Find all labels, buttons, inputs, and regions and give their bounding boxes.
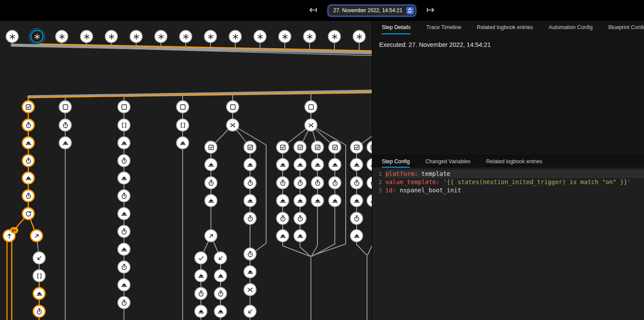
condition-node[interactable] (328, 141, 341, 154)
option-node[interactable] (244, 305, 257, 318)
delay-node[interactable] (350, 176, 363, 189)
condition-node[interactable] (350, 141, 363, 154)
trigger-node[interactable] (30, 30, 43, 43)
next-trace-button[interactable] (425, 5, 436, 16)
service-call-node[interactable] (33, 287, 46, 300)
code-line-2[interactable]: 2value_template: '{{ states(nextion_init… (372, 178, 644, 186)
delay-node[interactable] (117, 154, 130, 167)
condition-node[interactable] (226, 100, 239, 113)
service-call-node[interactable] (22, 172, 35, 185)
trigger-node[interactable] (130, 30, 143, 43)
trigger-node[interactable] (204, 30, 217, 43)
option-node[interactable] (194, 251, 207, 264)
trigger-node[interactable] (80, 30, 93, 43)
trigger-node[interactable] (328, 30, 341, 43)
condition-node[interactable] (244, 141, 257, 154)
condition-node[interactable] (59, 100, 72, 113)
delay-node[interactable] (22, 119, 35, 132)
delay-node[interactable] (117, 261, 130, 274)
parallel-node[interactable] (244, 283, 257, 296)
service-call-node[interactable] (276, 158, 289, 171)
condition-node[interactable] (304, 100, 317, 113)
delay-node[interactable] (294, 176, 307, 189)
service-call-node[interactable] (328, 158, 341, 171)
loop-iterations-node[interactable]: 9+ (3, 229, 16, 242)
delay-node[interactable] (244, 176, 257, 189)
service-call-node[interactable] (244, 265, 257, 278)
tab-automation-config[interactable]: Automation Config (549, 21, 593, 34)
trigger-node[interactable] (229, 30, 242, 43)
tab-step-config[interactable]: Step Config (382, 156, 410, 168)
trigger-node[interactable] (254, 30, 267, 43)
service-call-node[interactable] (294, 229, 307, 242)
delay-node[interactable] (350, 212, 363, 225)
service-call-node[interactable] (311, 194, 324, 207)
trigger-node[interactable] (6, 30, 19, 43)
trigger-node[interactable] (278, 30, 291, 43)
code-line-1[interactable]: 1platform: template (372, 170, 644, 178)
service-call-node[interactable] (117, 278, 130, 291)
code-line-3[interactable]: 3id: nspanel_boot_init (372, 186, 644, 195)
option-node[interactable] (30, 229, 43, 242)
service-call-node[interactable] (194, 269, 207, 282)
tab-changed-variables[interactable]: Changed Variables (425, 156, 470, 168)
trigger-node[interactable] (303, 30, 316, 43)
template-node[interactable] (117, 119, 130, 132)
delay-node[interactable] (311, 176, 324, 189)
condition-node[interactable] (22, 100, 35, 113)
trigger-node[interactable] (55, 30, 68, 43)
condition-node[interactable] (117, 100, 130, 113)
service-call-node[interactable] (214, 269, 227, 282)
service-call-node[interactable] (117, 172, 130, 185)
parallel-node[interactable] (304, 119, 317, 132)
service-call-node[interactable] (204, 158, 217, 171)
service-call-node[interactable] (244, 158, 257, 171)
condition-node[interactable] (204, 141, 217, 154)
repeat-node[interactable] (22, 207, 35, 220)
trigger-node[interactable] (179, 30, 192, 43)
condition-node[interactable] (176, 100, 189, 113)
condition-node[interactable] (276, 141, 289, 154)
delay-node[interactable] (204, 176, 217, 189)
delay-node[interactable] (59, 119, 72, 132)
condition-node[interactable] (311, 141, 324, 154)
option-node[interactable] (204, 229, 217, 242)
trace-date-picker[interactable]: 27. November 2022, 14:54:21 (329, 6, 415, 16)
service-call-node[interactable] (311, 158, 324, 171)
tab-related-logbook-entries[interactable]: Related logbook entries (486, 156, 542, 168)
service-call-node[interactable] (176, 136, 189, 149)
service-call-node[interactable] (350, 194, 363, 207)
delay-node[interactable] (276, 212, 289, 225)
trigger-node[interactable] (353, 30, 366, 43)
service-call-node[interactable] (276, 229, 289, 242)
service-call-node[interactable] (117, 243, 130, 256)
delay-node[interactable] (22, 154, 35, 167)
tab-trace-timeline[interactable]: Trace Timeline (426, 21, 461, 34)
delay-node[interactable] (117, 296, 130, 309)
service-call-node[interactable] (244, 194, 257, 207)
service-call-node[interactable] (22, 136, 35, 149)
tab-step-details[interactable]: Step Details (382, 21, 410, 34)
condition-node[interactable] (294, 141, 307, 154)
delay-node[interactable] (22, 189, 35, 202)
delay-node[interactable] (244, 247, 257, 261)
option-node[interactable] (33, 251, 46, 264)
delay-node[interactable] (328, 176, 341, 189)
parallel-node[interactable] (226, 119, 239, 132)
template-node[interactable] (176, 119, 189, 132)
tab-related-logbook-entries[interactable]: Related logbook entries (477, 21, 533, 34)
service-call-node[interactable] (294, 158, 307, 171)
service-call-node[interactable] (59, 136, 72, 149)
option-node[interactable] (214, 251, 227, 264)
delay-node[interactable] (244, 212, 257, 225)
trigger-node[interactable] (105, 30, 118, 43)
trigger-node[interactable] (154, 30, 167, 43)
tab-blueprint-config[interactable]: Blueprint Config (608, 21, 644, 34)
delay-node[interactable] (214, 287, 227, 300)
previous-trace-button[interactable] (308, 5, 318, 16)
delay-node[interactable] (117, 189, 130, 202)
service-call-node[interactable] (117, 136, 130, 149)
delay-node[interactable] (276, 176, 289, 189)
service-call-node[interactable] (214, 305, 227, 318)
delay-node[interactable] (194, 287, 207, 300)
